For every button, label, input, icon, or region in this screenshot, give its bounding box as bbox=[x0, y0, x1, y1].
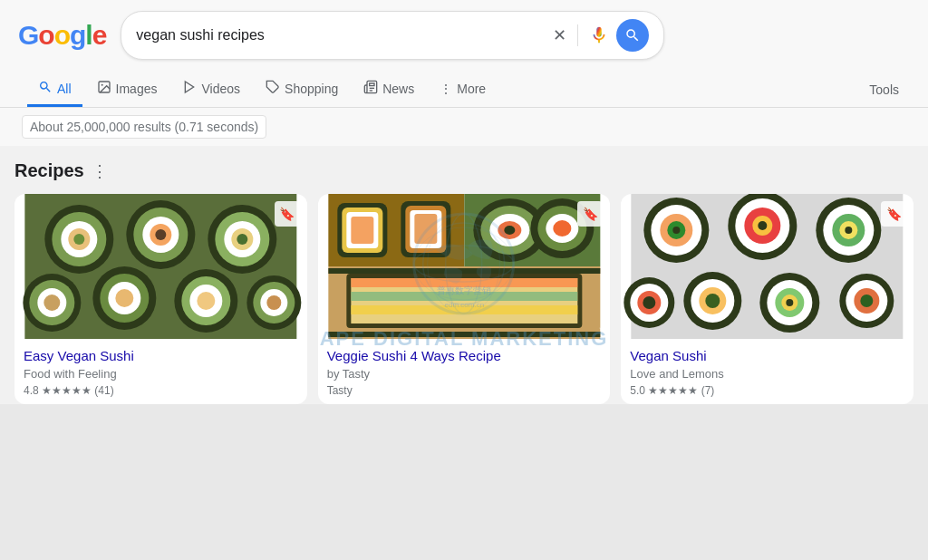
recipe-title-1[interactable]: Easy Vegan Sushi bbox=[24, 348, 298, 363]
tab-news[interactable]: News bbox=[353, 72, 425, 107]
shopping-icon bbox=[266, 80, 280, 97]
recipe-cards: 🔖 Easy Vegan Sushi Food with Feeling 4.8… bbox=[14, 194, 914, 404]
news-icon bbox=[363, 80, 378, 97]
clear-icon[interactable]: ✕ bbox=[553, 25, 566, 45]
search-bar: vegan sushi recipes ✕ bbox=[121, 11, 664, 60]
tab-all[interactable]: All bbox=[27, 72, 82, 107]
tools-button[interactable]: Tools bbox=[858, 75, 910, 104]
tab-videos[interactable]: Videos bbox=[171, 72, 251, 107]
svg-text:普惠数字营销: 普惠数字营销 bbox=[437, 285, 491, 295]
svg-point-23 bbox=[44, 294, 60, 311]
recipe-rating-1: 4.8 ★★★★★ (41) bbox=[24, 384, 298, 397]
divider bbox=[577, 24, 578, 46]
tab-images[interactable]: Images bbox=[86, 72, 169, 107]
header: Google vegan sushi recipes ✕ bbox=[0, 0, 928, 108]
svg-point-27 bbox=[115, 289, 133, 307]
recipe-title-2[interactable]: Veggie Sushi 4 Ways Recipe bbox=[327, 348, 602, 363]
recipe-info-3: Vegan Sushi Love and Lemons 5.0 ★★★★★ (7… bbox=[621, 339, 914, 404]
results-area: About 25,000,000 results (0.71 seconds) bbox=[0, 108, 928, 146]
recipe-image-3: 🔖 bbox=[621, 194, 914, 339]
recipe-rating-2: Tasty bbox=[327, 384, 602, 397]
recipe-info-1: Easy Vegan Sushi Food with Feeling 4.8 ★… bbox=[14, 339, 307, 404]
tab-all-label: All bbox=[57, 82, 72, 96]
recipe-source-2: by Tasty bbox=[327, 367, 602, 381]
videos-icon bbox=[182, 80, 197, 97]
svg-rect-40 bbox=[351, 217, 373, 244]
svg-point-1 bbox=[101, 84, 102, 86]
svg-point-93 bbox=[787, 299, 794, 306]
search-icons: ✕ bbox=[553, 24, 609, 46]
recipe-card-1[interactable]: 🔖 Easy Vegan Sushi Food with Feeling 4.8… bbox=[14, 194, 307, 404]
images-icon bbox=[97, 80, 111, 97]
svg-text:edm.com.cn: edm.com.cn bbox=[444, 301, 484, 309]
svg-point-9 bbox=[73, 234, 84, 245]
svg-point-50 bbox=[504, 226, 515, 235]
bookmark-3[interactable]: 🔖 bbox=[881, 201, 906, 227]
svg-rect-57 bbox=[328, 332, 600, 337]
svg-point-75 bbox=[759, 221, 768, 230]
recipe-title-3[interactable]: Vegan Sushi bbox=[630, 348, 904, 363]
recipes-title: Recipes bbox=[14, 160, 84, 181]
svg-marker-2 bbox=[186, 82, 194, 92]
recipe-image-2: 普惠数字营销 edm.com.cn 🔖 ™ bbox=[318, 194, 611, 339]
tab-news-label: News bbox=[382, 82, 414, 96]
tab-shopping[interactable]: Shopping bbox=[255, 72, 349, 107]
svg-rect-56 bbox=[328, 268, 600, 274]
svg-point-84 bbox=[643, 296, 656, 309]
svg-point-19 bbox=[237, 234, 247, 245]
result-count: About 25,000,000 results (0.71 seconds) bbox=[22, 115, 266, 139]
recipe-card-3[interactable]: 🔖 Vegan Sushi Love and Lemons 5.0 ★★★★★ … bbox=[621, 194, 914, 404]
svg-point-70 bbox=[673, 227, 681, 234]
recipe-rating-3: 5.0 ★★★★★ (7) bbox=[630, 384, 904, 397]
svg-point-14 bbox=[155, 229, 166, 240]
tab-more[interactable]: ⋮ More bbox=[429, 74, 497, 106]
recipes-header: Recipes ⋮ bbox=[14, 160, 914, 181]
mic-icon[interactable] bbox=[589, 25, 609, 45]
recipes-menu-icon[interactable]: ⋮ bbox=[92, 161, 108, 181]
search-input[interactable]: vegan sushi recipes bbox=[136, 27, 546, 43]
search-button[interactable] bbox=[616, 19, 649, 52]
google-logo: Google bbox=[18, 20, 106, 51]
tab-images-label: Images bbox=[116, 82, 158, 96]
recipe-image-1: 🔖 bbox=[14, 194, 307, 339]
recipe-info-2: Veggie Sushi 4 Ways Recipe by Tasty Tast… bbox=[318, 339, 611, 404]
svg-rect-44 bbox=[414, 214, 437, 244]
svg-point-80 bbox=[846, 227, 853, 234]
more-dots-icon: ⋮ bbox=[440, 82, 452, 96]
tab-shopping-label: Shopping bbox=[285, 82, 338, 96]
svg-point-31 bbox=[197, 292, 215, 310]
top-bar: Google vegan sushi recipes ✕ bbox=[18, 11, 910, 69]
all-icon bbox=[38, 80, 53, 97]
svg-point-88 bbox=[706, 294, 720, 308]
tab-videos-label: Videos bbox=[201, 82, 240, 96]
svg-point-35 bbox=[266, 295, 281, 310]
bookmark-2[interactable]: 🔖 bbox=[577, 201, 603, 227]
recipes-section: Recipes ⋮ bbox=[0, 146, 928, 404]
recipe-card-2[interactable]: 普惠数字营销 edm.com.cn 🔖 ™ Veggie Sushi 4 Way… bbox=[318, 194, 611, 404]
recipe-source-1: Food with Feeling bbox=[24, 367, 298, 381]
tab-more-label: More bbox=[457, 82, 486, 96]
svg-point-54 bbox=[553, 220, 571, 237]
recipe-source-3: Love and Lemons bbox=[630, 367, 904, 381]
svg-point-97 bbox=[861, 294, 874, 307]
nav-tabs: All Images Videos Shopping News bbox=[18, 69, 910, 107]
bookmark-1[interactable]: 🔖 bbox=[275, 201, 300, 227]
